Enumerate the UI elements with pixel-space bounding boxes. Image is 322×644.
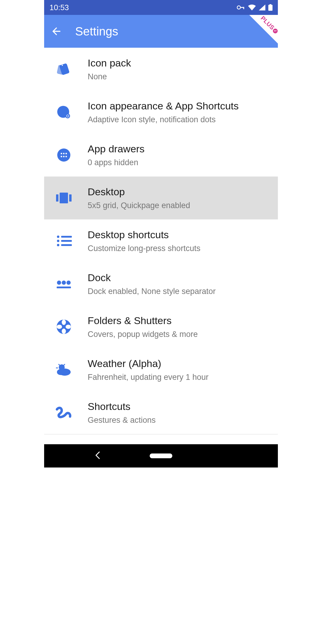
svg-rect-2: [243, 7, 244, 9]
item-title: Icon appearance & App Shortcuts: [88, 99, 271, 112]
svg-rect-4: [270, 4, 271, 5]
cell-signal-icon: [259, 4, 265, 10]
item-sub: Gestures & actions: [88, 415, 271, 425]
svg-point-12: [57, 148, 70, 162]
plus-badge-label: PLUS: [259, 15, 275, 31]
svg-point-28: [57, 281, 61, 285]
svg-point-30: [66, 281, 71, 285]
svg-point-22: [57, 236, 59, 238]
item-sub: None: [88, 72, 271, 82]
item-sub: Adaptive Icon style, notification dots: [88, 114, 271, 125]
item-sub: 0 apps hidden: [88, 157, 271, 168]
app-bar-title: Settings: [75, 25, 118, 38]
battery-icon: [268, 4, 273, 11]
item-title: Folders & Shutters: [88, 314, 271, 327]
item-title: Desktop: [88, 185, 271, 198]
item-title: App drawers: [88, 142, 271, 155]
item-sub: Dock enabled, None style separator: [88, 286, 271, 297]
item-title: Desktop shortcuts: [88, 228, 271, 241]
screen: 10:53 Settings PLUS ✓: [44, 0, 278, 467]
svg-rect-21: [69, 194, 72, 202]
system-nav-bar: [44, 444, 278, 467]
weather-icon: [55, 361, 73, 379]
svg-point-11: [67, 115, 69, 117]
desktop-icon: [55, 189, 73, 207]
vpn-key-icon: [237, 5, 245, 10]
wifi-icon: [248, 4, 256, 10]
settings-item-icon-pack[interactable]: Icon pack None: [44, 48, 278, 91]
svg-point-29: [62, 281, 66, 285]
svg-rect-31: [57, 287, 71, 288]
item-title: Dock: [88, 271, 271, 284]
svg-point-13: [61, 153, 62, 154]
item-title: Icon pack: [88, 56, 271, 69]
item-sub: Fahrenheit, updating every 1 hour: [88, 372, 271, 383]
svg-rect-3: [268, 5, 273, 11]
settings-item-folders[interactable]: Folders & Shutters Covers, popup widgets…: [44, 305, 278, 348]
svg-point-40: [57, 369, 64, 375]
svg-point-37: [62, 325, 65, 328]
settings-item-app-drawers[interactable]: App drawers 0 apps hidden: [44, 134, 278, 177]
item-title: Weather (Alpha): [88, 357, 271, 370]
item-sub: Customize long-press shortcuts: [88, 243, 271, 254]
svg-point-18: [66, 156, 67, 157]
svg-point-33: [62, 320, 66, 325]
svg-point-34: [62, 329, 66, 334]
settings-item-shortcuts[interactable]: Shortcuts Gestures & actions: [44, 391, 278, 434]
status-time: 10:53: [49, 3, 69, 12]
svg-rect-19: [60, 193, 68, 203]
svg-rect-27: [61, 244, 72, 246]
svg-point-14: [63, 153, 65, 154]
svg-rect-25: [61, 240, 72, 242]
status-bar: 10:53: [44, 0, 278, 15]
svg-point-15: [66, 153, 67, 154]
folders-icon: [55, 318, 73, 336]
plus-check-icon: ✓: [272, 27, 278, 34]
svg-point-35: [57, 325, 62, 329]
settings-item-desktop-shortcuts[interactable]: Desktop shortcuts Customize long-press s…: [44, 219, 278, 262]
settings-item-weather[interactable]: Weather (Alpha) Fahrenheit, updating eve…: [44, 348, 278, 391]
app-bar: Settings PLUS ✓: [44, 15, 278, 48]
nav-home-pill[interactable]: [150, 453, 172, 458]
settings-item-icon-appearance[interactable]: Icon appearance & App Shortcuts Adaptive…: [44, 91, 278, 134]
icon-appearance-icon: [55, 103, 73, 121]
svg-point-16: [61, 156, 62, 157]
svg-rect-20: [56, 194, 58, 202]
nav-back-button[interactable]: [95, 451, 101, 460]
svg-point-7: [62, 65, 63, 66]
settings-item-desktop[interactable]: Desktop 5x5 grid, Quickpage enabled: [44, 177, 278, 219]
desktop-shortcuts-icon: [55, 232, 73, 250]
app-drawers-icon: [55, 146, 73, 164]
plus-ribbon: PLUS ✓: [236, 15, 278, 48]
settings-item-dock[interactable]: Dock Dock enabled, None style separator: [44, 262, 278, 305]
status-icons: [237, 4, 273, 11]
svg-point-0: [237, 6, 241, 9]
svg-point-24: [57, 240, 59, 242]
back-button[interactable]: [48, 23, 64, 39]
settings-list[interactable]: Icon pack None Icon appearance & App Sho…: [44, 48, 278, 444]
dock-icon: [55, 275, 73, 293]
shortcuts-icon: [55, 404, 73, 422]
svg-point-36: [66, 325, 71, 329]
item-sub: Covers, popup widgets & more: [88, 329, 271, 340]
svg-point-17: [63, 156, 65, 157]
svg-point-26: [57, 244, 59, 246]
icon-pack-icon: [55, 60, 73, 78]
back-arrow-icon: [50, 25, 62, 37]
divider: [44, 434, 278, 434]
svg-rect-23: [61, 236, 72, 238]
item-sub: 5x5 grid, Quickpage enabled: [88, 200, 271, 211]
item-title: Shortcuts: [88, 400, 271, 413]
